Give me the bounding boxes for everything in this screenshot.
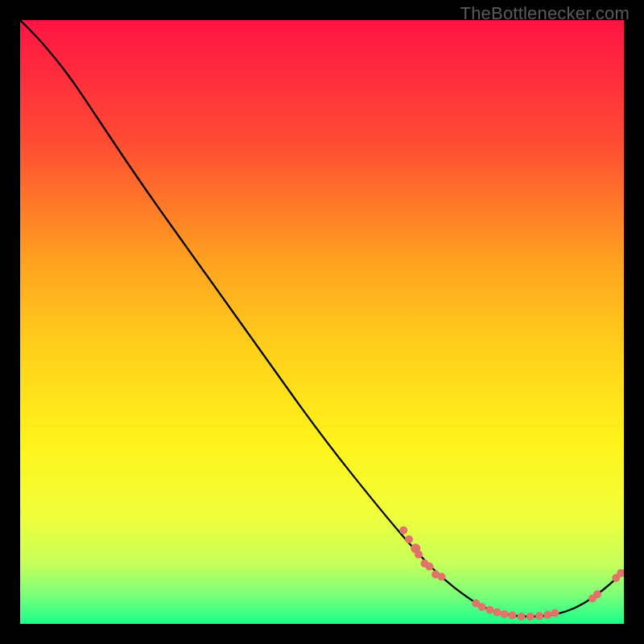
scatter-point	[501, 610, 509, 618]
scatter-point	[415, 551, 423, 559]
scatter-point	[399, 526, 407, 535]
scatter-point	[508, 612, 516, 620]
scatter-point	[593, 590, 601, 598]
scatter-point	[478, 603, 486, 611]
chart-plot-area	[20, 20, 624, 624]
scatter-point	[438, 573, 446, 581]
scatter-point	[426, 563, 434, 571]
scatter-point	[493, 609, 502, 617]
chart-svg	[20, 20, 624, 624]
scatter-point	[535, 612, 543, 620]
watermark-label: TheBottlenecker.com	[460, 3, 630, 24]
scatter-point	[486, 606, 494, 614]
scatter-point	[526, 613, 535, 621]
scatter-point	[405, 535, 413, 543]
scatter-point	[551, 609, 559, 617]
scatter-point	[518, 613, 526, 621]
gradient-background	[20, 20, 624, 624]
scatter-point	[544, 611, 552, 619]
